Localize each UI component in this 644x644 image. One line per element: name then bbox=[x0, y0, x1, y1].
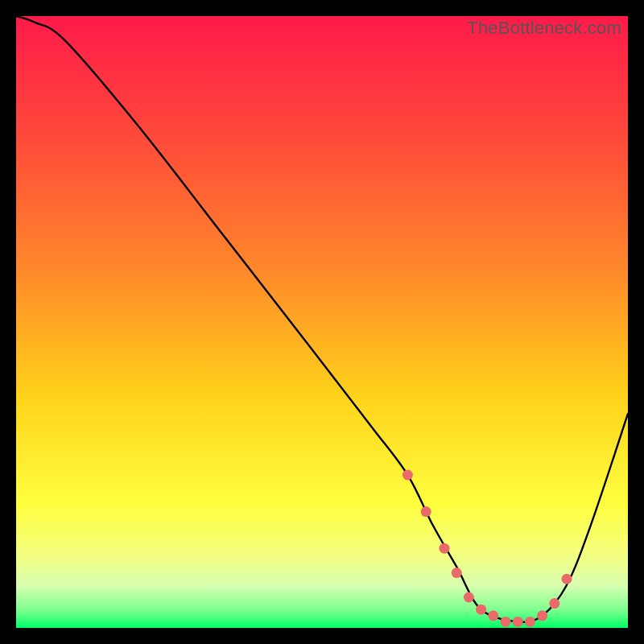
watermark-text: TheBottleneck.com bbox=[467, 18, 621, 39]
gradient-background bbox=[16, 16, 628, 628]
chart-frame: TheBottleneck.com bbox=[0, 0, 644, 644]
plot-area: TheBottleneck.com bbox=[16, 16, 628, 628]
svg-rect-0 bbox=[16, 16, 628, 628]
